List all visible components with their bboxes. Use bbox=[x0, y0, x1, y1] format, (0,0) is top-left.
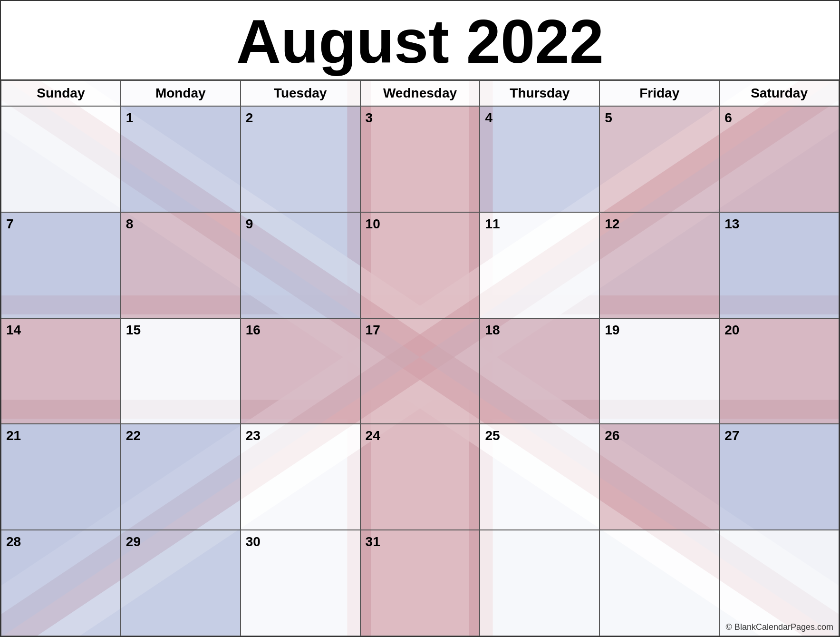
day-cell-9: 9 bbox=[241, 212, 360, 318]
day-cell-21: 21 bbox=[1, 424, 121, 530]
header-sunday: Sunday bbox=[1, 80, 121, 106]
day-cell-27: 27 bbox=[719, 424, 839, 530]
day-cell-12: 12 bbox=[599, 212, 719, 318]
header-tuesday: Tuesday bbox=[241, 80, 360, 106]
day-cell-empty-1 bbox=[1, 106, 121, 212]
day-cell-31: 31 bbox=[360, 530, 480, 636]
header-wednesday: Wednesday bbox=[360, 80, 480, 106]
header-thursday: Thursday bbox=[480, 80, 599, 106]
day-cell-empty-2 bbox=[480, 530, 599, 636]
day-cell-11: 11 bbox=[480, 212, 599, 318]
day-cell-26: 26 bbox=[599, 424, 719, 530]
day-cell-10: 10 bbox=[360, 212, 480, 318]
watermark: © BlankCalendarPages.com bbox=[726, 622, 833, 632]
day-cell-28: 28 bbox=[1, 530, 121, 636]
day-cell-24: 24 bbox=[360, 424, 480, 530]
day-cell-20: 20 bbox=[719, 318, 839, 424]
calendar-title: August 2022 bbox=[1, 10, 839, 72]
day-cell-16: 16 bbox=[241, 318, 360, 424]
calendar-header: August 2022 bbox=[1, 1, 839, 80]
calendar-grid: Sunday Monday Tuesday Wednesday Thursday… bbox=[1, 80, 839, 636]
header-friday: Friday bbox=[599, 80, 719, 106]
day-cell-25: 25 bbox=[480, 424, 599, 530]
header-monday: Monday bbox=[121, 80, 241, 106]
day-cell-18: 18 bbox=[480, 318, 599, 424]
calendar-container: August 2022 Sunday Monday Tuesday Wednes… bbox=[0, 0, 840, 637]
day-cell-8: 8 bbox=[121, 212, 241, 318]
day-cell-7: 7 bbox=[1, 212, 121, 318]
header-saturday: Saturday bbox=[719, 80, 839, 106]
day-cell-empty-4 bbox=[719, 530, 839, 636]
day-cell-3: 3 bbox=[360, 106, 480, 212]
day-cell-14: 14 bbox=[1, 318, 121, 424]
day-cell-22: 22 bbox=[121, 424, 241, 530]
day-cell-30: 30 bbox=[241, 530, 360, 636]
day-cell-4: 4 bbox=[480, 106, 599, 212]
day-cell-23: 23 bbox=[241, 424, 360, 530]
day-cell-empty-3 bbox=[599, 530, 719, 636]
day-cell-1: 1 bbox=[121, 106, 241, 212]
day-cell-13: 13 bbox=[719, 212, 839, 318]
day-cell-19: 19 bbox=[599, 318, 719, 424]
day-cell-15: 15 bbox=[121, 318, 241, 424]
day-cell-2: 2 bbox=[241, 106, 360, 212]
day-cell-29: 29 bbox=[121, 530, 241, 636]
day-cell-5: 5 bbox=[599, 106, 719, 212]
day-cell-6: 6 bbox=[719, 106, 839, 212]
day-cell-17: 17 bbox=[360, 318, 480, 424]
